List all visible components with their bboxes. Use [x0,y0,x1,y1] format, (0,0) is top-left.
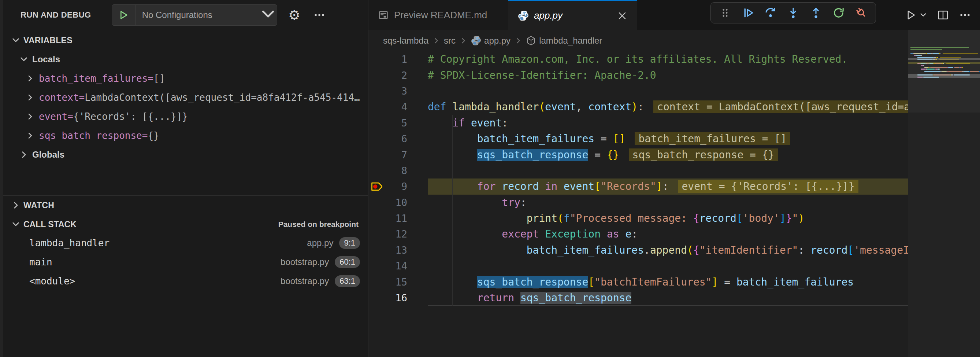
step-into-button[interactable] [785,5,801,21]
code-line[interactable]: 3 [368,83,908,99]
step-out-button[interactable] [808,5,824,21]
gutter[interactable] [368,210,385,226]
code-line[interactable]: 5if event: [368,115,908,131]
gutter[interactable] [368,99,385,115]
gutter[interactable] [368,226,385,242]
gutter[interactable] [368,163,385,178]
code-line[interactable]: 14 [368,258,908,274]
globals-label: Globals [32,150,64,160]
tab-label: app.py [534,10,563,21]
gutter[interactable] [368,83,385,99]
gutter[interactable] [368,258,385,274]
gutter[interactable] [368,51,385,67]
chevron-down-icon[interactable] [19,54,29,64]
code-line[interactable]: 11print(f"Processed message: {record['bo… [368,210,908,226]
stack-frame-row[interactable]: <module>bootstrap.py63:1 [3,272,368,291]
variable-name: event [39,111,67,122]
code-line[interactable]: 4def lambda_handler(event, context):cont… [368,99,908,115]
step-over-icon [764,6,777,19]
variable-row[interactable]: context = LambdaContext([aws_request_id=… [3,88,368,107]
gutter[interactable] [368,67,385,83]
breadcrumb: sqs-lambdasrcapp.pylambda_handler [368,30,908,51]
variable-row[interactable]: event = {'Records': [{...}]} [3,107,368,126]
tab-preview-readme[interactable]: Preview README.md [368,0,508,30]
chevron-right-icon[interactable] [25,112,34,121]
line-number: 6 [385,133,407,144]
code-line[interactable]: 1# Copyright Amazon.com, Inc. or its aff… [368,51,908,67]
drag-handle-icon [719,6,731,19]
code-line[interactable]: 12except Exception as e: [368,226,908,242]
gutter[interactable] [368,290,385,306]
current-breakpoint-icon[interactable] [368,178,385,194]
code-line[interactable]: 7sqs_batch_response = {}sqs_batch_respon… [368,147,908,163]
gutter[interactable] [368,274,385,290]
variables-section-header[interactable]: VARIABLES [3,31,368,50]
gutter[interactable] [368,147,385,163]
breadcrumb-item[interactable]: lambda_handler [526,35,602,46]
call-stack-label: CALL STACK [24,220,76,230]
stack-frame-row[interactable]: mainbootstrap.py60:1 [3,253,368,272]
python-icon [518,10,529,21]
variable-name: context [39,92,79,103]
tab-app-py[interactable]: app.py [508,0,637,30]
code-line[interactable]: 2# SPDX-License-Identifier: Apache-2.0 [368,67,908,83]
code-line[interactable]: 10try: [368,194,908,210]
locals-scope-row[interactable]: Locals [3,50,368,69]
restart-button[interactable] [830,5,847,21]
call-stack-section-header[interactable]: CALL STACK Paused on breakpoint [3,215,368,233]
chevron-down-icon[interactable] [919,11,927,19]
code-line[interactable]: 6batch_item_failures = []batch_item_fail… [368,131,908,147]
step-over-button[interactable] [762,5,779,21]
chevron-right-icon[interactable] [25,131,34,140]
debug-config-dropdown[interactable]: No Configurations [112,5,277,26]
stack-frame-row[interactable]: lambda_handlerapp.py9:1 [3,233,368,253]
breadcrumb-item[interactable]: src [444,35,456,46]
line-number: 11 [385,213,407,224]
continue-button[interactable] [740,5,756,21]
code-line[interactable]: 15sqs_batch_response["batchItemFailures"… [368,274,908,290]
chevron-down-icon[interactable] [11,220,21,229]
run-python-file-button[interactable] [905,9,927,21]
variable-value: {'Records': [{...}]} [73,111,188,122]
variable-row[interactable]: sqs_batch_response = {} [3,126,368,145]
vscode-window: RUN AND DEBUG No Configurations ⚙ VARIAB… [0,0,980,357]
chevron-down-icon[interactable] [11,35,21,45]
chevron-down-icon[interactable] [259,5,277,25]
code-editor[interactable]: 1# Copyright Amazon.com, Inc. or its aff… [368,51,908,357]
chevron-right-icon[interactable] [11,201,21,210]
line-number: 1 [385,54,407,65]
gutter[interactable] [368,242,385,258]
activity-bar-edge [0,0,3,357]
watch-section-header[interactable]: WATCH [3,196,368,215]
code-line[interactable]: 8 [368,163,908,178]
more-actions-button[interactable] [312,7,327,23]
breadcrumb-item[interactable]: app.py [471,35,511,46]
close-icon[interactable] [617,10,628,21]
call-stack-section: CALL STACK Paused on breakpoint lambda_h… [3,215,368,291]
start-debugging-button[interactable] [112,5,135,25]
drag-handle-button[interactable] [717,5,733,21]
gutter[interactable] [368,131,385,147]
split-editor-icon[interactable] [937,9,949,21]
chevron-right-icon[interactable] [25,74,34,83]
settings-gear-button[interactable]: ⚙ [287,7,302,23]
breadcrumb-item[interactable]: sqs-lambda [383,35,428,46]
gutter[interactable] [368,115,385,131]
code-line[interactable]: 9for record in event["Records"]:event = … [368,178,908,194]
disconnect-button[interactable] [853,5,869,21]
more-actions-icon[interactable] [959,9,971,21]
line-number: 4 [385,101,407,113]
chevron-right-icon[interactable] [25,93,34,102]
globals-scope-row[interactable]: Globals [3,145,368,164]
minimap[interactable] [908,30,980,357]
gutter[interactable] [368,194,385,210]
inline-debug-value: sqs_batch_response = {} [629,148,778,161]
code-line[interactable]: 16return sqs_batch_response [368,290,908,306]
chevron-right-icon[interactable] [19,150,29,159]
code-line[interactable]: 13batch_item_failures.append({"itemIdent… [368,242,908,258]
breadcrumb-separator-icon [514,37,522,45]
variable-row[interactable]: batch_item_failures = [] [3,69,368,88]
step-into-icon [787,6,799,19]
line-number: 5 [385,117,407,129]
line-number: 13 [385,244,407,256]
